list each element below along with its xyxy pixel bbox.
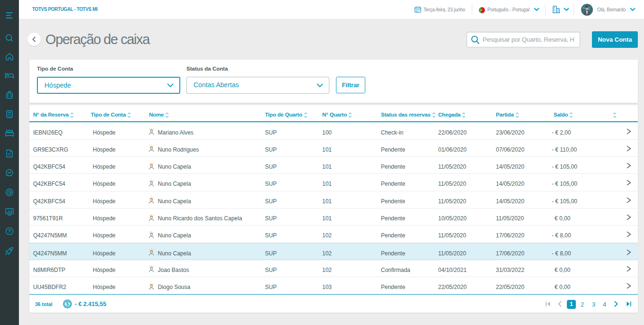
svg-text:$: $ — [66, 301, 69, 307]
svg-text:?: ? — [8, 229, 11, 234]
